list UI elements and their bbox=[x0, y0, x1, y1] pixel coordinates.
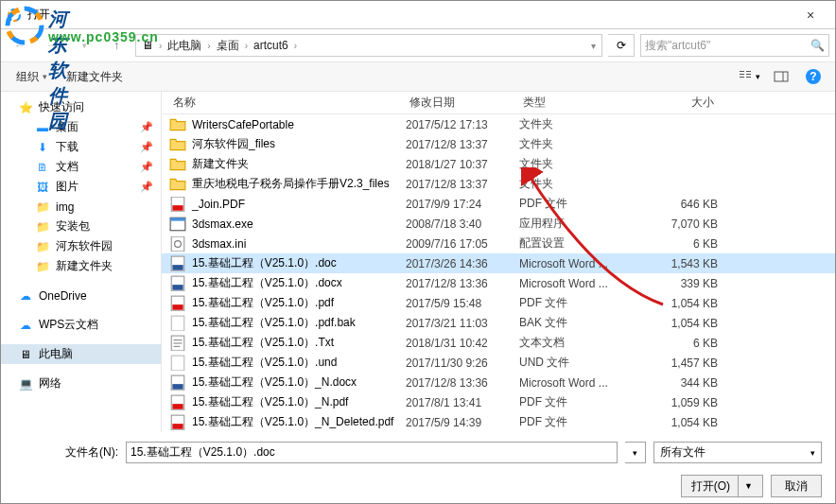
cancel-button[interactable]: 取消 bbox=[771, 475, 822, 497]
sidebar-item-pictures[interactable]: 🖼图片📌 bbox=[1, 177, 161, 197]
sidebar-thispc[interactable]: 🖥此电脑 bbox=[1, 344, 161, 364]
cloud-icon: ☁ bbox=[18, 318, 33, 333]
file-size: 6 KB bbox=[642, 237, 718, 251]
file-name: 新建文件夹 bbox=[192, 156, 249, 172]
file-size: 1,543 KB bbox=[642, 257, 718, 270]
file-type: PDF 文件 bbox=[519, 196, 642, 212]
file-row[interactable]: 重庆地税电子税务局操作手册V2.3_files2017/12/8 13:37文件… bbox=[162, 174, 835, 194]
file-type: 文件夹 bbox=[519, 136, 642, 152]
file-list[interactable]: WritersCafePortable2017/5/12 17:13文件夹河东软… bbox=[162, 114, 835, 432]
up-button[interactable]: ↑ bbox=[103, 34, 130, 57]
close-button[interactable]: × bbox=[792, 8, 829, 23]
file-date: 2017/5/12 17:13 bbox=[406, 118, 519, 131]
folder-icon bbox=[169, 157, 186, 172]
file-row[interactable]: 15.基础工程（V25.1.0）.pdf.bak2017/3/21 11:03B… bbox=[162, 313, 835, 333]
svg-rect-33 bbox=[172, 404, 183, 409]
sidebar-item-folder[interactable]: 📁新建文件夹 bbox=[1, 256, 161, 276]
file-type: 应用程序 bbox=[519, 216, 642, 232]
svg-rect-15 bbox=[170, 217, 185, 220]
pin-icon: 📌 bbox=[140, 141, 153, 153]
file-row[interactable]: _Join.PDF2017/9/9 17:24PDF 文件646 KB bbox=[162, 194, 835, 214]
file-type: PDF 文件 bbox=[519, 414, 642, 430]
sidebar-item-folder[interactable]: 📁安装包 bbox=[1, 217, 161, 236]
file-area: 名称 修改日期 类型 大小 WritersCafePortable2017/5/… bbox=[162, 92, 835, 432]
svg-rect-29 bbox=[171, 356, 184, 371]
search-box[interactable]: 🔍 bbox=[640, 34, 829, 57]
file-row[interactable]: 新建文件夹2018/1/27 10:37文件夹 bbox=[162, 154, 835, 174]
open-button[interactable]: 打开(O)▼ bbox=[681, 475, 763, 497]
cloud-icon: ☁ bbox=[18, 288, 33, 304]
refresh-button[interactable]: ⟳ bbox=[608, 34, 635, 57]
file-type: BAK 文件 bbox=[519, 315, 642, 331]
preview-pane-button[interactable] bbox=[767, 66, 795, 87]
folder-icon bbox=[169, 117, 186, 132]
breadcrumb[interactable]: 此电脑 bbox=[167, 38, 201, 54]
forward-button[interactable]: → bbox=[39, 34, 65, 57]
file-row[interactable]: 15.基础工程（V25.1.0）.docx2017/12/8 13:36Micr… bbox=[162, 273, 835, 293]
filename-dropdown[interactable]: ▾ bbox=[625, 442, 646, 463]
sidebar-item-folder[interactable]: 📁河东软件园 bbox=[1, 236, 161, 256]
sidebar-item-desktop[interactable]: ▬桌面📌 bbox=[1, 117, 161, 137]
help-button[interactable]: ? bbox=[799, 66, 827, 87]
file-row[interactable]: 3dsmax.exe2008/7/18 3:40应用程序7,070 KB bbox=[162, 214, 835, 234]
file-name: 15.基础工程（V25.1.0）.docx bbox=[192, 275, 342, 291]
svg-rect-35 bbox=[172, 424, 183, 429]
file-date: 2017/11/30 9:26 bbox=[406, 356, 519, 370]
svg-rect-21 bbox=[172, 285, 183, 290]
folder-icon bbox=[169, 177, 186, 192]
file-date: 2017/9/9 17:24 bbox=[406, 198, 519, 211]
file-row[interactable]: 15.基础工程（V25.1.0）.doc2017/3/26 14:36Micro… bbox=[162, 253, 835, 273]
folder-icon: 📁 bbox=[35, 200, 50, 215]
file-date: 2017/8/1 13:41 bbox=[406, 396, 519, 409]
header-type[interactable]: 类型 bbox=[519, 95, 642, 111]
filename-input[interactable] bbox=[126, 442, 618, 463]
breadcrumb[interactable]: 桌面 bbox=[217, 38, 239, 54]
sidebar-item-folder[interactable]: 📁img bbox=[1, 197, 161, 217]
newfolder-button[interactable]: 新建文件夹 bbox=[59, 66, 131, 88]
file-date: 2017/12/8 13:37 bbox=[406, 178, 519, 191]
sidebar-quick-access[interactable]: ⭐快速访问 bbox=[1, 97, 161, 117]
search-icon[interactable]: 🔍 bbox=[810, 39, 825, 52]
file-row[interactable]: 15.基础工程（V25.1.0）_N.pdf2017/8/1 13:41PDF … bbox=[162, 392, 835, 412]
file-row[interactable]: 3dsmax.ini2009/7/16 17:05配置设置6 KB bbox=[162, 234, 835, 253]
filetype-filter[interactable]: 所有文件▾ bbox=[653, 442, 822, 463]
view-mode-button[interactable]: ▾ bbox=[735, 66, 763, 87]
search-input[interactable] bbox=[645, 39, 807, 52]
file-row[interactable]: 15.基础工程（V25.1.0）_N_Deleted.pdf2017/5/9 1… bbox=[162, 412, 835, 432]
doc-icon bbox=[169, 256, 186, 271]
sidebar: ⭐快速访问 ▬桌面📌 ⬇下载📌 🗎文档📌 🖼图片📌 📁img 📁安装包 📁河东软… bbox=[1, 92, 162, 432]
sidebar-onedrive[interactable]: ☁OneDrive bbox=[1, 286, 161, 305]
file-row[interactable]: 15.基础工程（V25.1.0）.pdf2017/5/9 15:48PDF 文件… bbox=[162, 293, 835, 313]
address-bar[interactable]: 🖥 › 此电脑 › 桌面 › artcut6 › ▾ bbox=[135, 34, 602, 57]
header-name[interactable]: 名称 bbox=[169, 95, 406, 111]
svg-rect-16 bbox=[171, 236, 184, 252]
breadcrumb[interactable]: artcut6 bbox=[253, 39, 288, 52]
file-row[interactable]: 河东软件园_files2017/12/8 13:37文件夹 bbox=[162, 134, 835, 154]
header-size[interactable]: 大小 bbox=[642, 95, 718, 111]
recent-dropdown[interactable]: ▾ bbox=[71, 34, 97, 57]
doc-icon bbox=[169, 276, 186, 291]
file-size: 1,059 KB bbox=[642, 396, 718, 409]
file-date: 2017/3/26 14:36 bbox=[406, 257, 519, 270]
file-row[interactable]: 15.基础工程（V25.1.0）.und2017/11/30 9:26UND 文… bbox=[162, 353, 835, 373]
back-button[interactable]: ← bbox=[7, 34, 33, 57]
file-row[interactable]: WritersCafePortable2017/5/12 17:13文件夹 bbox=[162, 114, 835, 134]
file-size: 7,070 KB bbox=[642, 217, 718, 231]
file-size: 339 KB bbox=[642, 277, 718, 290]
file-size: 1,054 KB bbox=[642, 416, 718, 429]
picture-icon: 🖼 bbox=[35, 180, 50, 195]
address-dropdown-icon[interactable]: ▾ bbox=[591, 41, 596, 51]
svg-rect-10 bbox=[775, 72, 788, 81]
sidebar-network[interactable]: 💻网络 bbox=[1, 374, 161, 393]
pin-icon: 📌 bbox=[140, 121, 153, 133]
header-date[interactable]: 修改日期 bbox=[406, 95, 519, 111]
file-name: 3dsmax.exe bbox=[192, 217, 253, 231]
sidebar-wps[interactable]: ☁WPS云文档 bbox=[1, 315, 161, 335]
file-row[interactable]: 15.基础工程（V25.1.0）_N.docx2017/12/8 13:36Mi… bbox=[162, 373, 835, 392]
file-name: 15.基础工程（V25.1.0）_N_Deleted.pdf bbox=[192, 414, 393, 430]
file-row[interactable]: 15.基础工程（V25.1.0）.Txt2018/1/31 10:42文本文档6… bbox=[162, 333, 835, 353]
sidebar-item-downloads[interactable]: ⬇下载📌 bbox=[1, 137, 161, 157]
sidebar-item-documents[interactable]: 🗎文档📌 bbox=[1, 157, 161, 177]
organize-button[interactable]: 组织▾ bbox=[9, 66, 55, 88]
file-date: 2009/7/16 17:05 bbox=[406, 237, 519, 251]
